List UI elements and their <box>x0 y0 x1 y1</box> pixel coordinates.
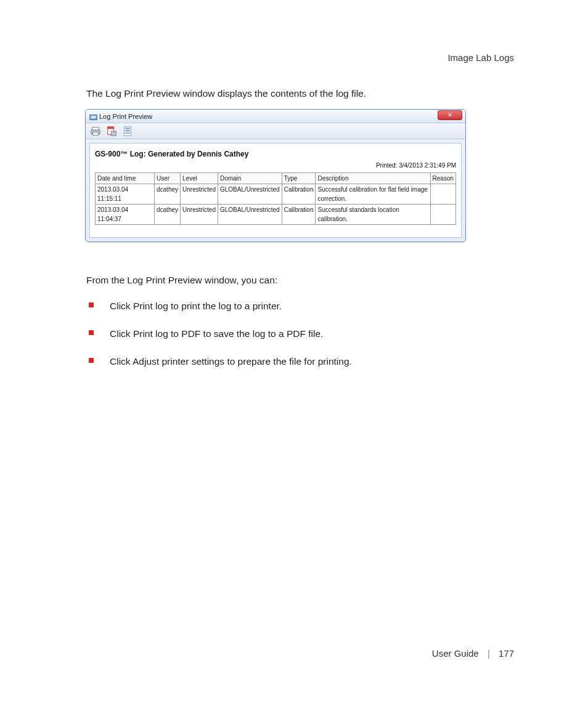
cell-description: Successful standards location calibratio… <box>316 205 430 225</box>
col-user: User <box>155 173 181 184</box>
footer-label: User Guide <box>432 648 479 659</box>
log-table: Date and time User Level Domain Type Des… <box>95 172 456 225</box>
cell-domain: GLOBAL/Unrestricted <box>218 184 282 205</box>
list-item: Click Print log to PDF to save the log t… <box>86 327 514 354</box>
window-content: GS-900™ Log: Generated by Dennis Cathey … <box>89 143 462 238</box>
window-title: Log Print Preview <box>99 113 152 120</box>
cell-datetime: 2013.03.04 11:04:37 <box>96 205 155 225</box>
printed-timestamp: Printed: 3/4/2013 2:31:49 PM <box>95 161 456 170</box>
svg-rect-10 <box>125 128 129 129</box>
svg-rect-12 <box>125 132 129 134</box>
app-icon <box>89 112 97 120</box>
cell-reason <box>430 184 455 205</box>
log-print-preview-window: Log Print Preview ✕ GS-900™ Log: Generat… <box>85 109 466 242</box>
list-item: Click Adjust printer settings to prepare… <box>86 354 514 382</box>
svg-rect-3 <box>92 127 99 130</box>
footer-separator: | <box>488 648 490 659</box>
cell-user: dcathey <box>155 205 181 225</box>
cell-user: dcathey <box>155 184 181 205</box>
table-header-row: Date and time User Level Domain Type Des… <box>96 173 456 184</box>
window-toolbar <box>86 123 465 139</box>
svg-rect-1 <box>91 116 96 117</box>
cell-level: Unrestricted <box>181 184 218 205</box>
svg-rect-2 <box>91 118 96 119</box>
svg-rect-7 <box>108 127 114 129</box>
close-button[interactable]: ✕ <box>438 110 462 120</box>
print-to-pdf-button[interactable] <box>105 125 118 137</box>
cell-description: Successful calibration for flat field im… <box>316 184 430 205</box>
cell-type: Calibration <box>282 205 316 225</box>
table-row: 2013.03.04 11:04:37 dcathey Unrestricted… <box>96 205 456 225</box>
table-row: 2013.03.04 11:15:11 dcathey Unrestricted… <box>96 184 456 205</box>
svg-rect-11 <box>125 130 129 131</box>
page-number: 177 <box>499 648 514 659</box>
list-item: Click Print log to print the log to a pr… <box>86 299 514 327</box>
print-log-button[interactable] <box>89 125 102 137</box>
section-header: Image Lab Logs <box>447 52 514 63</box>
svg-rect-8 <box>111 131 116 136</box>
cell-level: Unrestricted <box>181 205 218 225</box>
col-reason: Reason <box>430 173 455 184</box>
col-type: Type <box>282 173 316 184</box>
cell-type: Calibration <box>282 184 316 205</box>
bullet-list: Click Print log to print the log to a pr… <box>86 299 514 383</box>
col-description: Description <box>316 173 430 184</box>
cell-datetime: 2013.03.04 11:15:11 <box>96 184 155 205</box>
cell-domain: GLOBAL/Unrestricted <box>218 205 282 225</box>
svg-rect-5 <box>93 132 99 136</box>
cell-reason <box>430 205 455 225</box>
adjust-printer-settings-button[interactable] <box>121 125 134 137</box>
report-title: GS-900™ Log: Generated by Dennis Cathey <box>95 148 456 160</box>
intro-paragraph: The Log Print Preview window displays th… <box>86 86 514 100</box>
page-footer: User Guide | 177 <box>432 648 514 659</box>
col-datetime: Date and time <box>96 173 155 184</box>
col-domain: Domain <box>218 173 282 184</box>
below-intro-paragraph: From the Log Print Preview window, you c… <box>86 273 514 287</box>
window-titlebar: Log Print Preview ✕ <box>86 110 465 123</box>
col-level: Level <box>181 173 218 184</box>
